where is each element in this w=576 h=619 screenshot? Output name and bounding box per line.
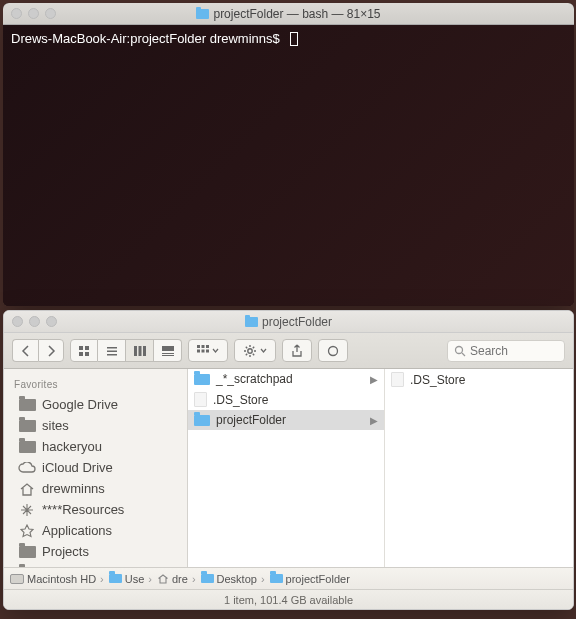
nav-buttons — [12, 339, 64, 362]
columns-icon — [133, 345, 147, 357]
close-icon[interactable] — [12, 316, 23, 327]
folder-icon — [245, 317, 258, 327]
sidebar-item[interactable]: drewminns — [4, 478, 187, 499]
finder-sidebar: Favorites Google DrivesiteshackeryouiClo… — [4, 369, 188, 567]
coverflow-icon — [161, 345, 175, 357]
folder-icon — [109, 574, 122, 583]
sparkle-icon — [20, 503, 34, 517]
minimize-icon[interactable] — [28, 8, 39, 19]
svg-rect-11 — [162, 353, 174, 354]
sidebar-item-label: hackeryou — [42, 439, 102, 454]
chevron-right-icon — [47, 345, 56, 357]
home-icon — [19, 482, 35, 496]
finder-body: Favorites Google DrivesiteshackeryouiClo… — [4, 369, 573, 567]
finder-title-text: projectFolder — [262, 315, 332, 329]
sidebar-item-label: drewminns — [42, 481, 105, 496]
file-name: projectFolder — [216, 413, 286, 427]
crumb-label: Use — [125, 573, 145, 585]
path-crumb[interactable]: ›Use — [98, 573, 144, 585]
finder-toolbar — [4, 333, 573, 369]
close-icon[interactable] — [11, 8, 22, 19]
forward-button[interactable] — [38, 339, 64, 362]
svg-rect-3 — [85, 352, 89, 356]
path-crumb[interactable]: ›projectFolder — [259, 573, 350, 585]
file-icon — [391, 372, 404, 387]
crumb-label: Desktop — [217, 573, 257, 585]
search-field[interactable] — [447, 340, 565, 362]
svg-rect-7 — [134, 346, 137, 356]
tags-button[interactable] — [318, 339, 348, 362]
action-button[interactable] — [234, 339, 276, 362]
svg-rect-14 — [202, 345, 205, 348]
file-item[interactable]: projectFolder▶ — [188, 410, 384, 430]
terminal-titlebar[interactable]: projectFolder — bash — 81×15 — [3, 3, 574, 25]
path-crumb[interactable]: ›dre — [146, 573, 188, 585]
view-list-button[interactable] — [98, 339, 126, 362]
gear-icon — [243, 344, 257, 358]
sidebar-item[interactable]: hackeryou — [4, 436, 187, 457]
back-button[interactable] — [12, 339, 38, 362]
path-crumb[interactable]: ›Desktop — [190, 573, 257, 585]
share-button[interactable] — [282, 339, 312, 362]
sidebar-item-label: iCloud Drive — [42, 460, 113, 475]
sidebar-item[interactable]: sites — [4, 415, 187, 436]
svg-point-21 — [456, 346, 463, 353]
view-coverflow-button[interactable] — [154, 339, 182, 362]
sidebar-item[interactable]: iCloud Drive — [4, 457, 187, 478]
sidebar-item[interactable]: Google Drive — [4, 394, 187, 415]
folder-icon — [19, 420, 36, 432]
chevron-right-icon: › — [192, 573, 196, 585]
home-icon — [157, 573, 169, 585]
file-item[interactable]: _*_scratchpad▶ — [188, 369, 384, 389]
list-icon — [106, 345, 118, 357]
search-input[interactable] — [470, 344, 550, 358]
finder-title: projectFolder — [245, 315, 332, 329]
sidebar-item-label: sites — [42, 418, 69, 433]
status-text: 1 item, 101.4 GB available — [224, 594, 353, 606]
sidebar-item[interactable]: Projects — [4, 541, 187, 562]
path-bar[interactable]: Macintosh HD›Use›dre›Desktop›projectFold… — [4, 567, 573, 589]
chevron-down-icon — [212, 348, 219, 353]
file-item[interactable]: .DS_Store — [188, 389, 384, 410]
svg-rect-8 — [138, 346, 141, 356]
zoom-icon[interactable] — [46, 316, 57, 327]
folder-icon — [19, 567, 36, 568]
svg-rect-5 — [107, 350, 117, 352]
applications-icon — [20, 524, 34, 538]
svg-point-20 — [329, 346, 338, 355]
sidebar-item-label: Applications — [42, 523, 112, 538]
svg-point-19 — [248, 348, 252, 352]
folder-icon — [194, 415, 210, 426]
terminal-title: projectFolder — bash — 81×15 — [196, 7, 380, 21]
file-name: .DS_Store — [410, 373, 465, 387]
chevron-right-icon: › — [261, 573, 265, 585]
folder-icon — [201, 574, 214, 583]
svg-rect-6 — [107, 354, 117, 356]
zoom-icon[interactable] — [45, 8, 56, 19]
grid-small-icon — [197, 345, 209, 357]
disclosure-arrow-icon: ▶ — [370, 374, 378, 385]
folder-icon — [270, 574, 283, 583]
terminal-prompt: Drews-MacBook-Air:projectFolder drewminn… — [11, 31, 280, 46]
cursor-icon — [290, 32, 298, 46]
file-item[interactable]: .DS_Store — [385, 369, 573, 390]
finder-titlebar[interactable]: projectFolder — [4, 311, 573, 333]
sidebar-item-label: Projects — [42, 544, 89, 559]
folder-icon — [19, 399, 36, 411]
minimize-icon[interactable] — [29, 316, 40, 327]
sidebar-item-label: Google Drive — [42, 397, 118, 412]
column-1[interactable]: _*_scratchpad▶.DS_StoreprojectFolder▶ — [188, 369, 385, 567]
sidebar-item[interactable]: Applications — [4, 520, 187, 541]
finder-window: projectFolder — [3, 310, 574, 610]
path-crumb[interactable]: Macintosh HD — [10, 573, 96, 585]
sidebar-item[interactable]: ****Resources — [4, 499, 187, 520]
view-columns-button[interactable] — [126, 339, 154, 362]
cloud-icon — [18, 462, 36, 474]
disclosure-arrow-icon: ▶ — [370, 415, 378, 426]
file-name: _*_scratchpad — [216, 372, 293, 386]
view-icons-button[interactable] — [70, 339, 98, 362]
terminal-traffic-lights — [11, 8, 56, 19]
column-2[interactable]: .DS_Store — [385, 369, 573, 567]
terminal-body[interactable]: Drews-MacBook-Air:projectFolder drewminn… — [3, 25, 574, 306]
arrange-button[interactable] — [188, 339, 228, 362]
